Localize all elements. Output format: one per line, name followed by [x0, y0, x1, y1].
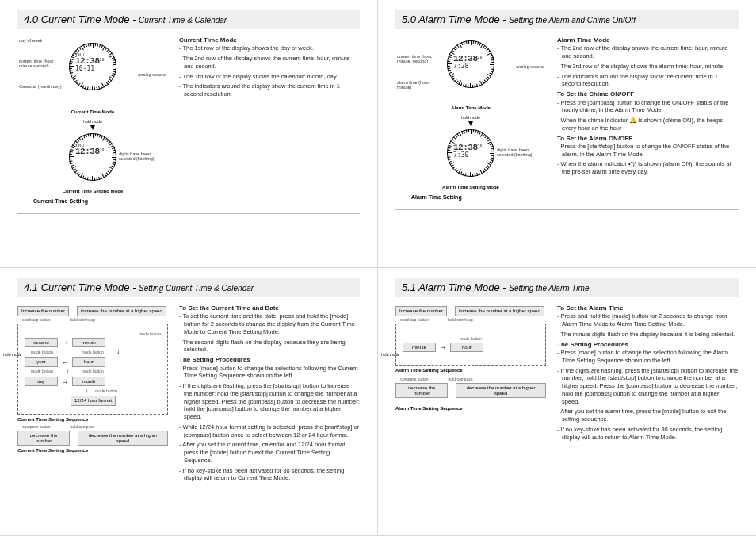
mb-lbl: mode button [75, 369, 110, 373]
seq-caption-2: Alarm Time Setting Sequence [395, 406, 546, 411]
box-increase-fast: increase the number at a higher speed [77, 306, 166, 316]
bullet: The 2nd row of the display shows the cur… [179, 55, 360, 71]
seq-minute: minute [72, 338, 105, 348]
caption-2: Current Time Setting Mode [17, 189, 168, 193]
label-calendar: Calendar (month-day) [19, 84, 62, 89]
box-increase: Increase the number [17, 306, 69, 316]
section-title: 4.1 Current Time Mode - Setting Current … [17, 278, 360, 297]
section-5-0: 5.0 Alarm Time Mode - Setting the Alarm … [378, 0, 756, 268]
footer-rule [17, 213, 360, 214]
bullet: The 1st row of the display shows the day… [179, 44, 360, 52]
down-arrow-icon [468, 121, 473, 126]
label-day: day of week [19, 38, 42, 43]
title-sub: Setting the Alarm and Chime On/Off [509, 16, 636, 25]
box-decrease-fast: decrease the number at a higher speed [456, 383, 546, 398]
caption-3: Current Time Setting [33, 198, 168, 204]
bullet: Press [mode] button to change the select… [557, 349, 739, 365]
hold-mode-label: hold mode [395, 115, 546, 120]
bullet: The second digits flash on the display b… [179, 339, 360, 354]
bullet: To set the current time and the date, pr… [179, 312, 360, 335]
bullet: While 12/24 hour format setting is selec… [179, 423, 360, 439]
label-time: current time (hour minute second) [19, 59, 67, 68]
bullet: If no key-stoke has been activated for 3… [179, 467, 360, 483]
label-analog: analog second [138, 72, 166, 77]
section-4-1: 4.1 Current Time Mode - Setting Current … [0, 268, 378, 536]
box-decrease: decrease the number [17, 431, 70, 446]
section-title: 5.0 Alarm Time Mode - Setting the Alarm … [395, 10, 739, 29]
bullet: Press and hold the [mode] button for 2 s… [557, 312, 739, 328]
seq-month: month [72, 377, 105, 387]
right-arrow-icon: → [61, 377, 69, 386]
mb-lbl: mode button [75, 350, 110, 354]
bullet: After you set the alarm time, press the … [557, 408, 739, 423]
heading: The Setting Procedures [179, 356, 250, 363]
footer-rule [395, 450, 739, 450]
label-digits: digits have been selected (flashing) [119, 151, 166, 161]
heading: Current Time Mode [179, 36, 237, 44]
mb-lbl: mode button [403, 337, 539, 341]
heading: Alarm Time Mode [557, 36, 610, 44]
section-4-0: 4.0 Current Time Mode - Current Time & C… [0, 0, 378, 268]
label-digits: digits have been selected (flashing) [497, 147, 544, 157]
down-arrow-icon: ↓ [110, 349, 126, 355]
label-analog: analog second [516, 64, 544, 69]
bullet: The 3rd row of the display shows the ala… [557, 63, 739, 71]
box-increase: Increase the number [395, 306, 447, 316]
bullet: The minute digits flash on the display b… [557, 331, 739, 339]
seq-caption-2: Current Time Setting Sequence [17, 448, 168, 453]
caption-3: Alarm Time Setting [411, 194, 546, 200]
startstop-lbl: start/stop button [395, 318, 433, 322]
heading: The Setting Procedures [557, 341, 628, 348]
compass-lbl: compass button [395, 377, 433, 381]
down-arrow-icon [90, 125, 95, 130]
bullet: If no key-stoke has been activated for 3… [557, 426, 739, 442]
watch-dial-icon: 12:3828 7:28 [447, 40, 494, 88]
compass-lbl: compass button [17, 425, 55, 429]
title-sub: Setting the Alarm Time [509, 284, 589, 293]
left-arrow-icon: ← [61, 358, 69, 366]
holdss-lbl: hold start/stop [441, 318, 479, 322]
down-arrow-icon: ↓ [59, 369, 75, 375]
seq-minute: minute [403, 343, 436, 353]
seq-hour: hour [72, 357, 105, 367]
bullet: Press [mode] button to change the select… [179, 365, 360, 381]
startstop-lbl: start/stop button [17, 318, 55, 322]
caption-1: Current Time Mode [17, 109, 168, 114]
bullet: Press the [start/stop] button to change … [557, 143, 739, 159]
bullet: When the alarm indicator •))) is shown (… [557, 160, 739, 176]
heading: To Set the Chime ON/OFF [557, 90, 634, 98]
bullet: If the digits are flashing, press the [s… [179, 382, 360, 421]
heading: To Set the Alarm ON/OFF [557, 135, 632, 142]
bullet: When the chime indicator 🔔 is shown (chi… [557, 117, 739, 132]
seq-caption: Current Time Setting Sequence [17, 417, 168, 422]
bullet: If the digits are flashing, press the [s… [557, 367, 739, 406]
hold-mode-label: hold mode [17, 119, 168, 124]
watch-dial-icon: THU 12:3828 10-11 [69, 43, 116, 90]
title-main: 5.1 Alarm Time Mode - [402, 281, 509, 293]
right-arrow-icon: → [439, 343, 447, 351]
holdcomp-lbl: hold compass [441, 377, 479, 381]
title-sub: Current Time & Calendar [139, 16, 227, 25]
heading: To Set the Current Time and Date [179, 304, 279, 312]
caption-2: Alarm Time Setting Mode [395, 185, 546, 190]
title-sub: Setting Current Time & Calendar [139, 284, 254, 293]
sequence-box: mode button second→minute mode buttonmod… [17, 324, 168, 415]
bullet: The indicators around the display show t… [557, 73, 739, 89]
title-main: 4.1 Current Time Mode - [24, 281, 139, 293]
mb-lbl: mode button [25, 369, 59, 373]
box-decrease-fast: decrease the number at a higher speed [78, 431, 168, 446]
bullet: The 3rd row of the display shows the cal… [179, 73, 360, 81]
seq-hour: hour [450, 343, 483, 353]
bullet: The indicators around the display show t… [179, 82, 360, 98]
holdss-lbl: hold start/stop [63, 318, 101, 322]
seq-1224: 12/24 hour format [71, 396, 116, 406]
label-alarm: alarm time (hour-minute) [397, 80, 445, 90]
caption-1: Alarm Time Mode [395, 105, 546, 110]
title-main: 4.0 Current Time Mode - [24, 13, 139, 25]
section-title: 5.1 Alarm Time Mode - Setting the Alarm … [395, 278, 739, 297]
seq-day: day [25, 377, 58, 387]
watch-dial-2-icon: 12:3828 7:30 [447, 129, 494, 177]
title-main: 5.0 Alarm Time Mode - [402, 13, 509, 25]
footer-rule [395, 209, 739, 210]
watch-dial-2-icon: THU 12:3828 [69, 133, 116, 181]
